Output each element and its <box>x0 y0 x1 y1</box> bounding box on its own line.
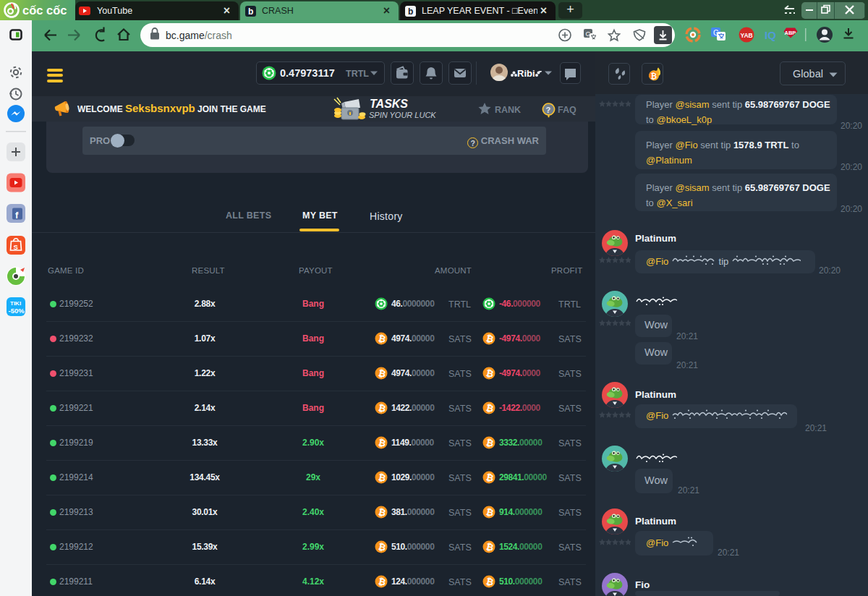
svg-text:SPIN YOUR LUCK: SPIN YOUR LUCK <box>369 111 436 119</box>
svg-text:WELCOME Seksbsnxvpb JOIN THE G: WELCOME Seksbsnxvpb JOIN THE GAME <box>77 102 266 114</box>
svg-text:RANK: RANK <box>495 105 521 115</box>
svg-text:TRTL: TRTL <box>346 69 369 79</box>
svg-text:f: f <box>15 210 19 221</box>
svg-text:0.47973117: 0.47973117 <box>280 67 335 79</box>
svg-text:FAQ: FAQ <box>558 105 576 115</box>
svg-text:S: S <box>14 243 18 251</box>
svg-text:₿: ₿ <box>651 72 658 80</box>
svg-text:ABP: ABP <box>785 30 796 36</box>
svg-text:bc.game/crash: bc.game/crash <box>166 30 232 41</box>
svg-text:IQ: IQ <box>765 29 776 41</box>
svg-text:b: b <box>248 7 253 17</box>
svg-text:?: ? <box>546 106 551 114</box>
svg-text:b: b <box>408 7 413 17</box>
svg-text:-50%: -50% <box>9 307 25 315</box>
svg-text:cốc cốc: cốc cốc <box>22 4 67 17</box>
svg-text:TASKS: TASKS <box>370 98 408 110</box>
svg-text:YAB: YAB <box>741 32 753 39</box>
